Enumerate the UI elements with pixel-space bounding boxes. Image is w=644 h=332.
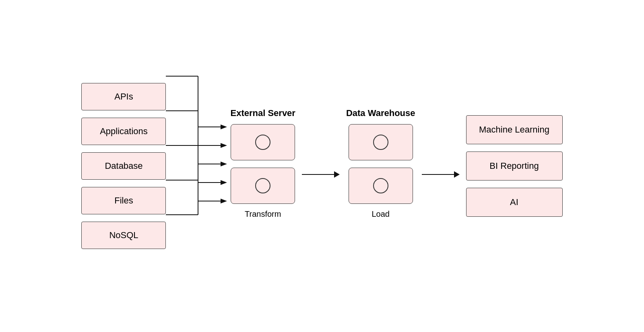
external-server-box-2 <box>231 168 295 204</box>
source-label-files: Files <box>114 195 133 206</box>
data-warehouse-title: Data Warehouse <box>346 108 415 118</box>
external-server-sublabel: Transform <box>245 210 281 219</box>
right-arrow-line <box>422 174 454 175</box>
output-label-bi: BI Reporting <box>489 161 539 171</box>
data-warehouse-boxes <box>349 124 413 204</box>
external-server-column: External Server Transform <box>230 108 295 219</box>
source-box-files: Files <box>81 187 166 214</box>
external-server-box-1 <box>231 124 295 160</box>
mid-arrow-head <box>334 171 340 178</box>
external-server-title: External Server <box>230 108 295 118</box>
output-column: Machine Learning BI Reporting AI <box>466 115 563 217</box>
server-box-1-circle <box>255 135 270 150</box>
source-label-database: Database <box>105 161 142 171</box>
warehouse-box-1 <box>349 124 413 160</box>
warehouse-box-1-circle <box>373 135 388 150</box>
source-box-applications: Applications <box>81 118 166 145</box>
warehouse-box-2 <box>349 168 413 204</box>
source-box-apis: APIs <box>81 83 166 110</box>
output-box-ml: Machine Learning <box>466 115 563 144</box>
right-arrow-head <box>454 171 460 178</box>
source-box-database: Database <box>81 152 166 180</box>
output-label-ai: AI <box>510 197 518 208</box>
source-label-nosql: NoSQL <box>109 230 138 241</box>
output-box-ai: AI <box>466 188 563 217</box>
source-label-apis: APIs <box>114 91 133 102</box>
mid-arrow-line <box>302 174 334 175</box>
source-column: APIs Applications Database Files NoSQL <box>81 83 166 249</box>
source-box-nosql: NoSQL <box>81 222 166 249</box>
external-server-boxes <box>231 124 295 204</box>
warehouse-box-2-circle <box>373 178 388 193</box>
right-arrow-wrapper <box>422 112 460 214</box>
diagram-container: APIs Applications Database Files NoSQL <box>0 0 644 332</box>
source-arrows-svg <box>166 62 230 264</box>
warehouse-sublabel: Load <box>372 210 390 219</box>
data-warehouse-column: Data Warehouse Load <box>346 108 415 219</box>
mid-arrow-wrapper <box>302 112 340 214</box>
server-box-2-circle <box>255 178 270 193</box>
output-label-ml: Machine Learning <box>479 124 549 135</box>
output-box-bi: BI Reporting <box>466 151 563 181</box>
mid-arrow <box>302 135 340 214</box>
source-label-applications: Applications <box>100 126 148 137</box>
right-arrow <box>422 135 460 214</box>
